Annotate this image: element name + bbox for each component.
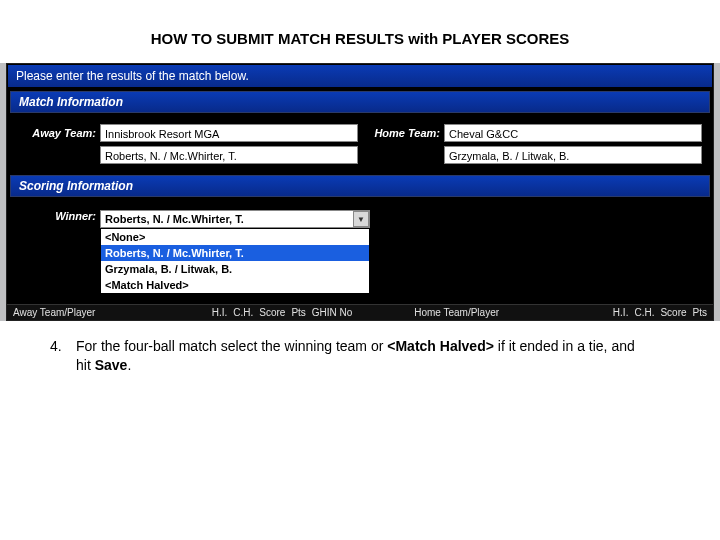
page-title: HOW TO SUBMIT MATCH RESULTS with PLAYER … [0,0,720,57]
away-team-label: Away Team: [18,127,96,139]
winner-dropdown: <None> Roberts, N. / Mc.Whirter, T. Grzy… [100,228,370,294]
col-score: Score [259,307,285,318]
away-players-field[interactable]: Roberts, N. / Mc.Whirter, T. [100,146,358,164]
instruction-post: . [127,357,131,373]
winner-option-home[interactable]: Grzymala, B. / Litwak, B. [101,261,369,277]
section-scoring-information: Scoring Information [10,175,710,197]
col-pts: Pts [291,307,305,318]
col-pts2: Pts [693,307,707,318]
instruction-pre: For the four-ball match select the winni… [76,338,387,354]
instruction-match-halved: <Match Halved> [387,338,494,354]
away-team-field[interactable]: Innisbrook Resort MGA [100,124,358,142]
winner-label: Winner: [18,210,96,222]
col-hi2: H.I. [613,307,629,318]
team-row: Away Team: Innisbrook Resort MGA Home Te… [10,122,710,144]
col-ghin: GHIN No [312,307,408,318]
home-team-field[interactable]: Cheval G&CC [444,124,702,142]
col-hi: H.I. [212,307,228,318]
col-ch: C.H. [233,307,253,318]
chevron-down-icon[interactable]: ▼ [353,211,369,227]
col-home-team-player: Home Team/Player [414,307,607,318]
winner-row: Winner: Roberts, N. / Mc.Whirter, T. ▼ <… [10,206,710,298]
section-match-information: Match Information [10,91,710,113]
winner-option-away[interactable]: Roberts, N. / Mc.Whirter, T. [101,245,369,261]
table-header-row: Away Team/Player H.I. C.H. Score Pts GHI… [7,304,713,320]
col-ch2: C.H. [634,307,654,318]
form-panel-container: Please enter the results of the match be… [0,63,720,321]
match-info-body: Away Team: Innisbrook Resort MGA Home Te… [7,116,713,172]
winner-select[interactable]: Roberts, N. / Mc.Whirter, T. ▼ [100,210,370,228]
home-players-field[interactable]: Grzymala, B. / Litwak, B. [444,146,702,164]
instruction-number: 4. [50,337,66,375]
instruction-text: For the four-ball match select the winni… [76,337,650,375]
scoring-info-body: Winner: Roberts, N. / Mc.Whirter, T. ▼ <… [7,200,713,304]
match-results-panel: Please enter the results of the match be… [6,63,714,321]
players-row: Roberts, N. / Mc.Whirter, T. Grzymala, B… [10,144,710,166]
instruction-save: Save [95,357,128,373]
winner-option-none[interactable]: <None> [101,229,369,245]
winner-option-halved[interactable]: <Match Halved> [101,277,369,293]
home-team-label: Home Team: [362,127,440,139]
col-score2: Score [660,307,686,318]
winner-selected-value: Roberts, N. / Mc.Whirter, T. [101,213,353,225]
banner-text: Please enter the results of the match be… [7,64,713,88]
winner-select-container: Roberts, N. / Mc.Whirter, T. ▼ <None> Ro… [100,210,370,294]
instruction-step-4: 4. For the four-ball match select the wi… [0,321,720,385]
col-away-team-player: Away Team/Player [13,307,206,318]
